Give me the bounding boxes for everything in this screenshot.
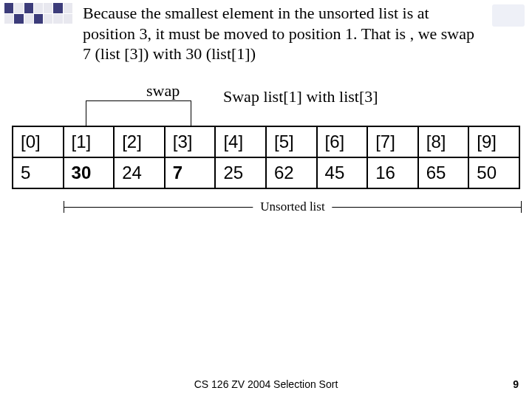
array-table: [0] [1] [2] [3] [4] [5] [6] [7] [8] [9] … — [12, 126, 520, 189]
unsorted-range-bracket: Unsorted list — [64, 200, 522, 217]
header-cell: [9] — [468, 126, 519, 157]
footer-center: CS 126 ZV 2004 Selection Sort — [0, 378, 532, 390]
swap-caption: Swap list[1] with list[3] — [223, 87, 378, 106]
bullet-logo — [4, 3, 72, 24]
header-cell: [3] — [165, 126, 216, 157]
corner-badge — [492, 4, 525, 27]
header-cell: [4] — [215, 126, 266, 157]
table-row: [0] [1] [2] [3] [4] [5] [6] [7] [8] [9] — [13, 126, 519, 157]
value-cell: 16 — [367, 157, 418, 188]
header-cell: [5] — [266, 126, 317, 157]
header-cell: [6] — [317, 126, 368, 157]
unsorted-range-tick-right — [521, 201, 522, 213]
header-cell: [7] — [367, 126, 418, 157]
bullet-logo-grid — [4, 3, 72, 24]
header-cell: [1] — [64, 126, 115, 157]
value-cell: 25 — [215, 157, 266, 188]
unsorted-range-label: Unsorted list — [253, 200, 332, 214]
table-row: 5 30 24 7 25 62 45 16 65 50 — [13, 157, 519, 188]
value-cell: 24 — [114, 157, 165, 188]
value-cell: 62 — [266, 157, 317, 188]
value-cell: 65 — [418, 157, 469, 188]
header-cell: [2] — [114, 126, 165, 157]
value-cell: 5 — [13, 157, 64, 188]
swap-bracket-left — [86, 100, 86, 126]
unsorted-range-tick-left — [64, 201, 64, 213]
header-cell: [8] — [418, 126, 469, 157]
footer-page-number: 9 — [513, 378, 519, 390]
value-cell: 45 — [317, 157, 368, 188]
value-cell: 30 — [64, 157, 115, 188]
value-cell: 7 — [165, 157, 216, 188]
value-cell: 50 — [468, 157, 519, 188]
swap-bracket-top — [86, 100, 191, 101]
body-text: Because the smallest element in the unso… — [83, 3, 482, 64]
swap-label: swap — [146, 83, 180, 99]
swap-bracket-right — [191, 100, 191, 126]
header-cell: [0] — [13, 126, 64, 157]
